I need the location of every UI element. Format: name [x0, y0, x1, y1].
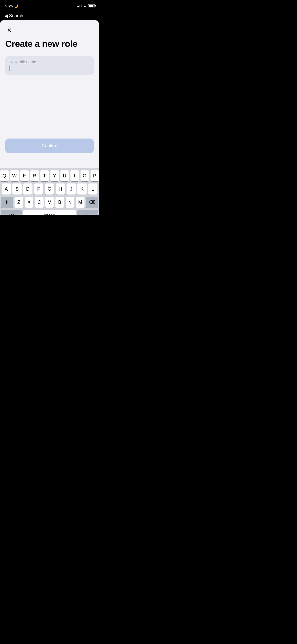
status-bar: 9:25 🌙 ▲ — [0, 0, 99, 12]
back-label: Search — [9, 13, 23, 19]
close-icon: ✕ — [7, 27, 12, 33]
role-name-input-container[interactable]: New role name — [5, 56, 94, 75]
confirm-button[interactable]: Confirm — [5, 139, 94, 153]
signal-bar-3 — [79, 5, 80, 7]
spacer — [5, 80, 94, 139]
key-j[interactable]: J — [67, 183, 76, 195]
key-l[interactable]: L — [88, 183, 97, 195]
key-g[interactable]: G — [45, 183, 54, 195]
key-i[interactable]: I — [70, 170, 79, 181]
key-p[interactable]: P — [91, 170, 99, 181]
numbers-key[interactable]: 123 — [1, 210, 22, 215]
keyboard-row-2: A S D F G H J K L — [1, 183, 98, 195]
status-time: 9:25 — [5, 4, 13, 8]
key-v[interactable]: V — [45, 197, 54, 208]
key-w[interactable]: W — [10, 170, 19, 181]
space-key[interactable]: space — [23, 210, 76, 215]
text-cursor — [10, 66, 10, 71]
signal-bars — [77, 4, 82, 7]
battery-icon — [88, 4, 95, 7]
key-d[interactable]: D — [23, 183, 32, 195]
key-q[interactable]: Q — [0, 170, 9, 181]
main-sheet: ✕ Create a new role New role name Confir… — [0, 20, 99, 168]
back-chevron-icon: ◀ — [4, 13, 8, 19]
signal-bar-1 — [77, 6, 78, 7]
key-m[interactable]: M — [76, 197, 84, 208]
input-placeholder: New role name — [10, 59, 89, 64]
key-c[interactable]: C — [35, 197, 44, 208]
keyboard-row-1: Q W E R T Y U I O P — [1, 170, 98, 181]
content-body: ✕ Create a new role New role name Confir… — [5, 26, 94, 153]
keyboard: Q W E R T Y U I O P A S D F G H J K L ⬆ … — [0, 168, 99, 215]
moon-icon: 🌙 — [14, 4, 18, 8]
shift-key[interactable]: ⬆ — [1, 197, 13, 208]
confirm-label: Confirm — [42, 143, 58, 149]
key-o[interactable]: O — [81, 170, 89, 181]
key-h[interactable]: H — [56, 183, 65, 195]
battery-fill — [89, 5, 93, 7]
key-k[interactable]: K — [77, 183, 87, 195]
signal-bar-4 — [81, 4, 82, 7]
back-nav: ◀ Search — [0, 12, 99, 20]
key-a[interactable]: A — [2, 183, 11, 195]
key-t[interactable]: T — [40, 170, 49, 181]
key-y[interactable]: Y — [50, 170, 59, 181]
key-x[interactable]: X — [25, 197, 34, 208]
keyboard-row-4: 123 space return — [1, 210, 98, 215]
delete-key[interactable]: ⌫ — [86, 197, 98, 208]
key-s[interactable]: S — [12, 183, 22, 195]
key-b[interactable]: B — [55, 197, 64, 208]
key-n[interactable]: N — [66, 197, 74, 208]
key-f[interactable]: F — [34, 183, 43, 195]
keyboard-row-3: ⬆ Z X C V B N M ⌫ — [1, 197, 98, 208]
signal-bar-2 — [78, 6, 79, 7]
close-button[interactable]: ✕ — [5, 26, 13, 34]
return-key[interactable]: return — [77, 210, 98, 215]
back-button[interactable]: ◀ Search — [4, 13, 23, 19]
key-z[interactable]: Z — [15, 197, 23, 208]
key-e[interactable]: E — [20, 170, 29, 181]
status-left: 9:25 🌙 — [5, 4, 18, 8]
key-r[interactable]: R — [30, 170, 39, 181]
status-right: ▲ — [77, 4, 95, 8]
page-title: Create a new role — [5, 39, 94, 49]
key-u[interactable]: U — [60, 170, 69, 181]
wifi-icon: ▲ — [83, 4, 87, 8]
